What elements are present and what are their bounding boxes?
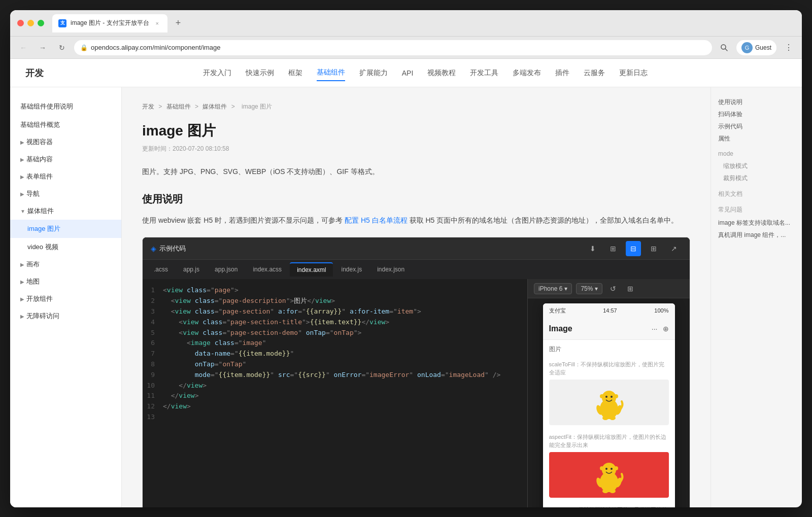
right-sidebar-related-title: 相关文档 — [718, 190, 795, 198]
nav-item-changelog[interactable]: 更新日志 — [619, 65, 648, 81]
sidebar-group-basic-content[interactable]: ▶ 基础内容 — [10, 151, 121, 168]
phone-image-item-1: scaleToFill：不保持纵横比缩放图片，使图片完全适应 — [543, 357, 675, 429]
nav-item-cloud[interactable]: 云服务 — [584, 65, 605, 81]
demo-title: ◈ 示例代码 — [151, 244, 186, 253]
forward-button[interactable]: → — [36, 41, 50, 55]
preview-grid-button[interactable]: ⊞ — [624, 282, 637, 295]
sidebar-item-image[interactable]: image 图片 — [10, 220, 121, 238]
svg-point-13 — [602, 463, 616, 477]
sidebar-group-map[interactable]: ▶ 地图 — [10, 273, 121, 290]
carrier-label: 支付宝 — [549, 307, 566, 315]
right-link-faq-1[interactable]: image 标签支持读取域名... — [718, 218, 795, 227]
sidebar-group-view-container[interactable]: ▶ 视图容器 — [10, 133, 121, 151]
more-icon: ··· — [652, 325, 658, 333]
main-layout: 开发 开发入门 快速示例 框架 基础组件 扩展能力 API 视频教程 开发工具 … — [10, 59, 802, 507]
zoom-select[interactable]: 75% ▾ — [576, 283, 602, 294]
minimize-button[interactable] — [27, 20, 34, 26]
share-button[interactable]: ↗ — [666, 241, 682, 256]
right-link-qr[interactable]: 扫码体验 — [718, 110, 795, 119]
tab-close-button[interactable]: × — [153, 19, 161, 27]
download-button[interactable]: ⬇ — [585, 241, 600, 256]
sidebar-item-video[interactable]: video 视频 — [10, 238, 121, 256]
tab-appjson[interactable]: app.json — [208, 263, 245, 276]
sidebar-group-label: 导航 — [26, 189, 40, 198]
close-button[interactable] — [17, 20, 24, 26]
sidebar-item-usage-intro[interactable]: 基础组件使用说明 — [10, 97, 121, 116]
sidebar-group-label: 开放组件 — [26, 294, 53, 303]
phone-nav-bar: Image ··· ⊕ — [543, 318, 675, 340]
right-link-faq-2[interactable]: 真机调用 image 组件，... — [718, 230, 795, 239]
doc-layout: 基础组件使用说明 基础组件概览 ▶ 视图容器 ▶ 基础内容 ▶ 表单组件 ▶ 导… — [10, 87, 802, 507]
search-button[interactable] — [717, 41, 731, 55]
arrow-icon: ▶ — [20, 296, 24, 302]
qr-button[interactable]: ⊞ — [605, 241, 621, 256]
sidebar-item-overview[interactable]: 基础组件概览 — [10, 116, 121, 134]
battery-label: 100% — [654, 307, 668, 314]
breadcrumb-dev[interactable]: 开发 — [142, 103, 154, 110]
nav-item-video[interactable]: 视频教程 — [427, 65, 456, 81]
back-button[interactable]: ← — [16, 41, 30, 55]
preview-refresh-button[interactable]: ↺ — [606, 282, 620, 295]
fullscreen-button[interactable] — [38, 20, 44, 26]
svg-point-20 — [602, 489, 608, 493]
tab-appjs[interactable]: app.js — [176, 263, 207, 276]
doc-link[interactable]: 配置 H5 白名单流程 — [345, 216, 408, 224]
phone-section-label: 图片 — [543, 340, 675, 357]
sidebar-group-accessibility[interactable]: ▶ 无障碍访问 — [10, 307, 121, 325]
sidebar-group-nav[interactable]: ▶ 导航 — [10, 185, 121, 202]
code-line-10: 10 </view> — [143, 381, 527, 391]
image-desc-2: aspectFit：保持纵横比缩放图片，使图片的长边能完全显示出来 — [549, 433, 669, 449]
preview-toolbar: iPhone 6 ▾ 75% ▾ ↺ ⊞ — [528, 279, 690, 298]
nav-item-plugin[interactable]: 插件 — [555, 65, 569, 81]
nav-item-kuaisu[interactable]: 快速示例 — [246, 65, 274, 81]
home-icon: ⊕ — [663, 325, 669, 333]
tab-indexacss[interactable]: index.acss — [246, 263, 289, 276]
refresh-button[interactable]: ↻ — [55, 41, 69, 55]
image-desc-1: scaleToFill：不保持纵横比缩放图片，使图片完全适应 — [549, 361, 669, 376]
nav-item-devtools[interactable]: 开发工具 — [470, 65, 498, 81]
right-link-example[interactable]: 示例代码 — [718, 122, 795, 131]
code-line-11: 11 </view> — [143, 391, 527, 401]
nav-item-api[interactable]: API — [402, 66, 414, 80]
svg-point-17 — [614, 466, 618, 470]
right-link-scale-mode[interactable]: 缩放模式 — [718, 161, 795, 170]
nav-title: Image — [549, 324, 572, 333]
breadcrumb-media[interactable]: 媒体组件 — [202, 103, 227, 110]
device-label: iPhone 6 — [538, 285, 562, 292]
right-link-crop-mode[interactable]: 裁剪模式 — [718, 174, 795, 183]
browser-tab[interactable]: 支 image 图片 - 支付宝开放平台 × — [52, 14, 167, 32]
breadcrumb-basic[interactable]: 基础组件 — [166, 103, 191, 110]
brand-logo: 开发 — [25, 67, 44, 79]
right-link-usage[interactable]: 使用说明 — [718, 97, 795, 107]
browser-menu-button[interactable]: ⋮ — [782, 41, 796, 55]
sidebar-group-canvas[interactable]: ▶ 画布 — [10, 256, 121, 273]
tab-indexjs[interactable]: index.js — [334, 263, 369, 276]
zoom-label: 75% — [581, 285, 593, 292]
arrow-icon: ▶ — [20, 157, 24, 162]
nav-item-kaifaru[interactable]: 开发入门 — [203, 65, 231, 81]
tab-indexaxml[interactable]: index.axml — [290, 262, 333, 277]
split-view-button[interactable]: ⊟ — [626, 241, 641, 256]
new-tab-button[interactable]: + — [172, 16, 185, 30]
chevron-down-icon: ▾ — [564, 285, 567, 292]
nav-item-kuangjia[interactable]: 框架 — [288, 65, 302, 81]
device-select[interactable]: iPhone 6 ▾ — [534, 283, 572, 294]
nav-item-jichuzujian[interactable]: 基础组件 — [317, 65, 345, 81]
sidebar-group-form[interactable]: ▶ 表单组件 — [10, 168, 121, 185]
sidebar-group-media[interactable]: ▼ 媒体组件 — [10, 202, 121, 220]
url-bar[interactable]: 🔒 opendocs.alipay.com/mini/component/ima… — [74, 40, 712, 55]
user-avatar: G — [741, 42, 753, 53]
sidebar-group-open-component[interactable]: ▶ 开放组件 — [10, 290, 121, 307]
right-sidebar-mode-title: mode — [718, 150, 795, 157]
code-line-1: 1 <view class="page"> — [143, 285, 527, 296]
user-account-button[interactable]: G Guest — [736, 40, 776, 55]
arrow-icon: ▶ — [20, 174, 24, 180]
tab-acss[interactable]: .acss — [147, 263, 175, 276]
right-link-props[interactable]: 属性 — [718, 134, 795, 143]
nav-item-kuozhanneng[interactable]: 扩展能力 — [359, 65, 388, 81]
nav-item-multiplatform[interactable]: 多端发布 — [513, 65, 541, 81]
tab-indexjson[interactable]: index.json — [370, 263, 412, 276]
sidebar-group-label: 基础内容 — [26, 155, 53, 164]
grid-view-button[interactable]: ⊞ — [646, 241, 661, 256]
right-sidebar-section-faq: 常见问题 image 标签支持读取域名... 真机调用 image 组件，... — [718, 205, 795, 239]
